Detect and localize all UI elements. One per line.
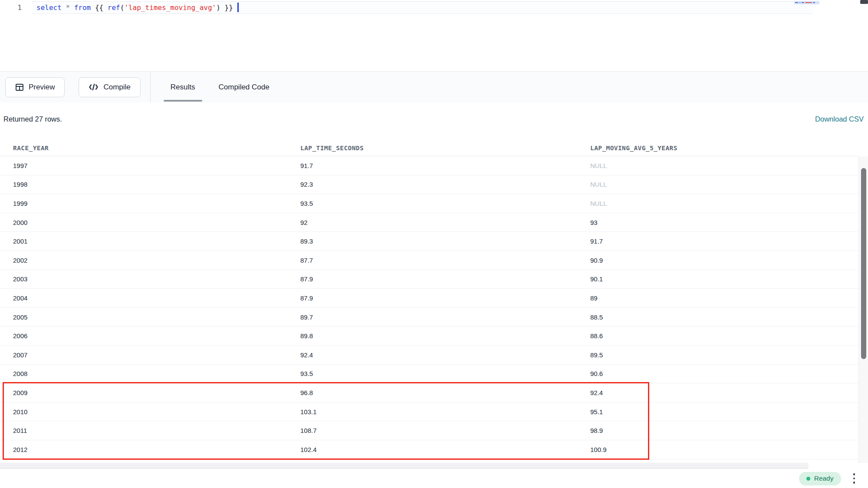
- table-row[interactable]: 200287.790.9: [0, 251, 858, 270]
- ready-label: Ready: [814, 475, 834, 482]
- table-scrollbar-track[interactable]: [858, 156, 868, 463]
- tab-compiled-code[interactable]: Compiled Code: [215, 72, 273, 102]
- table-cell: 90.1: [590, 275, 858, 283]
- table-cell: 93.5: [300, 200, 590, 207]
- table-cell: NULL: [590, 200, 858, 207]
- text-cursor-caret: [237, 3, 239, 12]
- table-body: 199791.7NULL199892.3NULL199993.5NULL2000…: [0, 156, 858, 459]
- code-token-bracket: }}: [225, 3, 237, 12]
- table-row[interactable]: 199892.3NULL: [0, 175, 858, 195]
- code-token-bracket: {{: [95, 3, 108, 12]
- table-cell: 93.5: [300, 370, 590, 377]
- table-cell: 87.7: [300, 257, 590, 264]
- table-cell: 88.5: [590, 313, 858, 321]
- results-tabs: Results Compiled Code: [167, 72, 289, 102]
- table-row[interactable]: 200689.888.6: [0, 326, 858, 346]
- tab-results[interactable]: Results: [167, 72, 199, 102]
- minimap[interactable]: [794, 1, 819, 4]
- toolbar-divider: [150, 72, 151, 103]
- table-cell: 2011: [13, 427, 300, 434]
- dbt-ide-root: 1 select * from {{ ref('lap_times_moving…: [0, 0, 868, 488]
- table-cell: 1999: [13, 200, 300, 207]
- table-cell: 89.7: [300, 313, 590, 321]
- table-header-row: RACE_YEAR LAP_TIME_SECONDS LAP_MOVING_AV…: [0, 140, 858, 156]
- download-csv-link[interactable]: Download CSV: [815, 115, 864, 123]
- table-cell: 98.9: [590, 427, 858, 434]
- sql-editor[interactable]: 1 select * from {{ ref('lap_times_moving…: [0, 0, 868, 71]
- table-cell: NULL: [590, 162, 858, 169]
- table-cell: 2010: [13, 408, 300, 415]
- tab-compiled-code-label: Compiled Code: [219, 83, 270, 92]
- results-panel: Returned 27 rows. Download CSV RACE_YEAR…: [0, 102, 868, 463]
- code-line[interactable]: select * from {{ ref('lap_times_moving_a…: [36, 3, 239, 14]
- column-header-lap-time-seconds: LAP_TIME_SECONDS: [300, 145, 590, 152]
- table-cell: 2007: [13, 351, 300, 359]
- status-bar: Ready: [0, 469, 868, 488]
- code-token-keyword: from: [74, 3, 95, 12]
- table-row[interactable]: 200792.489.5: [0, 346, 858, 365]
- table-row[interactable]: 200996.892.4: [0, 383, 858, 402]
- table-cell: 2009: [13, 389, 300, 396]
- table-cell: 100.9: [590, 446, 858, 453]
- code-token-keyword: select: [36, 3, 66, 12]
- table-icon: [15, 83, 24, 92]
- table-row[interactable]: 2011108.798.9: [0, 421, 858, 440]
- table-cell: NULL: [590, 181, 858, 188]
- table-row[interactable]: 20009293: [0, 213, 858, 232]
- table-cell: 89.3: [300, 237, 590, 245]
- table-cell: 1997: [13, 162, 300, 169]
- code-token-operator: *: [66, 3, 74, 12]
- code-icon: [89, 83, 99, 91]
- table-row[interactable]: 200893.590.6: [0, 365, 858, 384]
- minimap-code-mark: [795, 2, 798, 3]
- table-row[interactable]: 200387.990.1: [0, 270, 858, 289]
- minimap-code-mark: [799, 2, 801, 3]
- code-token-bracket: ): [216, 3, 224, 12]
- table-cell: 87.9: [300, 294, 590, 302]
- table-cell: 89: [590, 294, 858, 302]
- table-cell: 91.7: [300, 162, 590, 169]
- table-row[interactable]: 200487.989: [0, 289, 858, 308]
- table-cell: 2008: [13, 370, 300, 377]
- table-cell: 90.9: [590, 257, 858, 264]
- table-row[interactable]: 2010103.195.1: [0, 402, 858, 422]
- ready-status-badge[interactable]: Ready: [799, 472, 841, 485]
- table-row[interactable]: 199993.5NULL: [0, 194, 858, 213]
- kebab-menu-icon[interactable]: [852, 472, 856, 485]
- status-dot-icon: [806, 477, 810, 481]
- table-cell: 92.4: [300, 351, 590, 359]
- code-token-string: 'lap_times_moving_avg': [124, 3, 216, 12]
- table-cell: 2004: [13, 294, 300, 302]
- editor-scrollbar-thumb[interactable]: [860, 0, 868, 4]
- preview-button[interactable]: Preview: [5, 77, 65, 97]
- compile-label: Compile: [103, 83, 130, 92]
- table-cell: 2002: [13, 257, 300, 264]
- table-cell: 108.7: [300, 427, 590, 434]
- table-row[interactable]: 2012102.4100.9: [0, 440, 858, 459]
- row-count-text: Returned 27 rows.: [3, 115, 62, 123]
- table-cell: 1998: [13, 181, 300, 188]
- code-token-bracket: (: [120, 3, 125, 12]
- minimap-code-mark: [805, 2, 812, 3]
- table-cell: 92: [300, 219, 590, 226]
- line-number: 1: [0, 3, 22, 13]
- table-cell: 92.4: [590, 389, 858, 396]
- code-token-function: ref: [108, 3, 120, 12]
- table-row[interactable]: 200189.391.7: [0, 232, 858, 251]
- table-cell: 89.8: [300, 332, 590, 340]
- table-cell: 91.7: [590, 237, 858, 245]
- table-cell: 90.6: [590, 370, 858, 377]
- minimap-code-mark: [813, 2, 815, 3]
- table-row[interactable]: 200589.788.5: [0, 308, 858, 327]
- table-row[interactable]: 199791.7NULL: [0, 156, 858, 175]
- column-header-race-year: RACE_YEAR: [13, 145, 300, 152]
- results-summary-bar: Returned 27 rows. Download CSV: [0, 102, 868, 123]
- table-scrollbar-thumb[interactable]: [861, 168, 866, 359]
- partial-next-row-strip: [0, 463, 808, 468]
- table-cell: 103.1: [300, 408, 590, 415]
- compile-button[interactable]: Compile: [79, 77, 140, 97]
- table-cell: 2001: [13, 237, 300, 245]
- table-cell: 2012: [13, 446, 300, 453]
- minimap-code-mark: [802, 2, 804, 3]
- results-toolbar: Preview Compile Results Compiled Code: [0, 71, 868, 102]
